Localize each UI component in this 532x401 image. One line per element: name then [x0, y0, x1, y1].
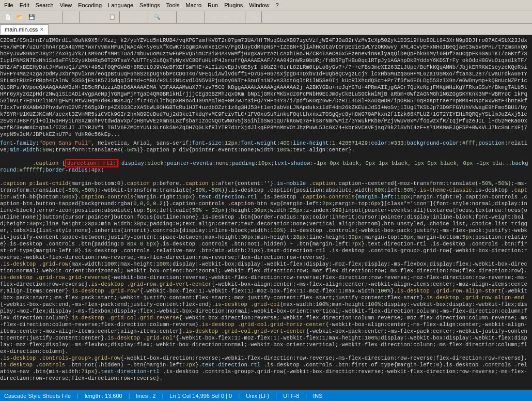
menu-window[interactable]: Window: [246, 1, 272, 9]
toolbar-sep-7: [245, 11, 247, 23]
menu-run[interactable]: Run: [205, 1, 221, 9]
menu-macro[interactable]: Macro: [182, 1, 205, 9]
tabbar: main.min.css ✕: [0, 24, 532, 35]
zoom-in-button[interactable]: +: [180, 11, 191, 23]
status-charset: UTF-8: [283, 393, 299, 399]
status-charset-value: UTF-8: [283, 393, 299, 399]
macro-record-button[interactable]: ⏺: [208, 11, 220, 23]
code-line-controls: .is-desktop .controls-group>.grid-row{-w…: [0, 355, 532, 382]
status-lines: lines : 2: [136, 393, 156, 399]
paste-button[interactable]: 📋: [106, 11, 118, 23]
editor-content[interactable]: C20mI/CSn1rnI/uIM0rd1lm0aNK9X5f/Kzzj k2/…: [0, 35, 532, 390]
editor-scroll: C20mI/CSn1rnI/uIM0rd1lm0aNK9X5f/Kzzj k2/…: [0, 35, 532, 390]
menu-help[interactable]: ?: [272, 1, 281, 9]
status-position: Ln 1 Col 14,996 Sel 0 | 0: [169, 393, 232, 399]
copy-button[interactable]: ⎘: [95, 11, 106, 23]
toolbar-sep-2: [79, 11, 81, 23]
status-position-value: Ln 1 Col 14,996 Sel 0 | 0: [169, 393, 232, 399]
macro-play-button[interactable]: ▶: [232, 11, 243, 23]
menu-file[interactable]: File: [1, 1, 17, 9]
status-encoding: Unix (LF): [246, 393, 269, 399]
code-line-caption2: .caption p:last-child{margin-bottom:0}.c…: [0, 180, 532, 261]
tab-label: main.min.css: [5, 26, 38, 33]
menu-language[interactable]: Language: [105, 1, 136, 9]
toolbar-sep-5: [176, 11, 178, 23]
status-encoding-value: Unix (LF): [246, 393, 269, 399]
spellcheck-button[interactable]: ABC: [265, 11, 276, 23]
toolbar: 📄 📂 💾 🗂 ✕ 🖨 ✂ ⎘ 📋 ↩ ↪ 🔍 ⇄ + - ⏺ ⏹ ▶ ▶▶ A…: [0, 10, 532, 24]
status-length: length : 13,600: [85, 393, 122, 399]
editor-container: C20mI/CSn1rnI/uIM0rd1lm0aNK9X5f/Kzzj k2/…: [0, 35, 532, 390]
macro-stop-button[interactable]: ⏹: [220, 11, 231, 23]
replace-button[interactable]: ⇄: [163, 11, 175, 23]
menu-search[interactable]: Search: [33, 1, 57, 9]
menubar: File Edit Search View Encoding Language …: [0, 0, 532, 10]
toolbar-sep-6: [205, 11, 207, 23]
print-button[interactable]: 🖨: [66, 11, 77, 23]
undo-button[interactable]: ↩: [123, 11, 134, 23]
close-button[interactable]: ✕: [50, 11, 61, 23]
open-button[interactable]: 📂: [14, 11, 25, 23]
code-line-1: C20mI/CSn1rnI/uIM0rd1lm0aNK9X5f/Kzzj k2/…: [0, 37, 532, 138]
redo-button[interactable]: ↪: [135, 11, 146, 23]
tab-close-icon[interactable]: ✕: [40, 27, 44, 32]
save-button[interactable]: 💾: [26, 11, 37, 23]
menu-view[interactable]: View: [57, 1, 75, 9]
status-filetype: Cascade Style Sheets File: [4, 393, 71, 399]
menu-encoding[interactable]: Encoding: [75, 1, 105, 9]
status-length-value: length : 13,600: [85, 393, 122, 399]
run-button[interactable]: ▶▶: [248, 11, 260, 23]
menu-edit[interactable]: Edit: [17, 1, 33, 9]
statusbar: Cascade Style Sheets File | length : 13,…: [0, 390, 532, 401]
toolbar-sep-4: [148, 11, 150, 23]
code-line-grid: .is-desktop .grid-row{max-width:100%;max…: [0, 261, 532, 355]
toolbar-sep-3: [119, 11, 121, 23]
toolbar-sep-8: [261, 11, 263, 23]
cut-button[interactable]: ✂: [83, 11, 94, 23]
code-line-caption: .caption {direction: rtl; display:block;…: [0, 153, 532, 180]
status-mode-value: INS: [313, 393, 322, 399]
status-filetype-label: Cascade Style Sheets File: [4, 393, 71, 399]
menu-plugins[interactable]: Plugins: [221, 1, 246, 9]
status-mode: INS: [313, 393, 322, 399]
zoom-out-button[interactable]: -: [192, 11, 203, 23]
tab-main-css[interactable]: main.min.css ✕: [0, 24, 49, 35]
menu-tools[interactable]: Tools: [163, 1, 183, 9]
save-all-button[interactable]: 🗂: [38, 11, 49, 23]
menu-settings[interactable]: Settings: [136, 1, 163, 9]
status-lines-value: lines : 2: [136, 393, 156, 399]
toolbar-sep-1: [62, 11, 65, 23]
find-button[interactable]: 🔍: [151, 11, 163, 23]
code-line-css-props: font-family:"Open Sans Full", Helvetica,…: [0, 140, 532, 153]
new-button[interactable]: 📄: [2, 11, 13, 23]
